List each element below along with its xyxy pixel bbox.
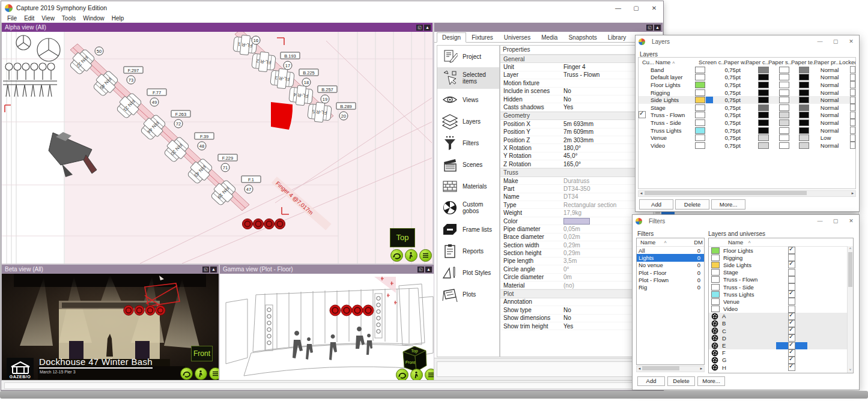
view-menu-icon[interactable] (419, 249, 432, 262)
property-row[interactable]: Layer Truss - Flown (500, 71, 654, 79)
alpha-nav-icons[interactable] (390, 249, 432, 262)
locked-checkbox[interactable] (850, 89, 855, 96)
paper-text-swatch[interactable] (799, 74, 809, 80)
walkthrough-view-icon[interactable] (410, 369, 423, 380)
editing-cell[interactable] (706, 97, 713, 103)
property-row[interactable]: Unit Finger 4 (500, 63, 654, 71)
paper-text-swatch[interactable] (799, 89, 809, 96)
layer-row[interactable]: ✓ Truss Lights 0,75pt Normal (639, 127, 855, 134)
close-button[interactable]: ✕ (843, 35, 859, 47)
sidebar-item-custom-gobos[interactable]: Custom gobos (437, 197, 499, 219)
property-row[interactable]: Brace diameter 0,02m (500, 234, 654, 241)
property-row[interactable]: Hidden No (500, 95, 654, 103)
layer-include-row[interactable]: Video ✓ (709, 306, 853, 313)
maximize-view-icon[interactable]: ▲ (424, 25, 431, 31)
property-row[interactable]: Z Rotation 165,0° (500, 160, 654, 168)
layer-row[interactable]: ✓ Band 0,75pt Normal (639, 66, 855, 74)
include-checkbox[interactable]: ✓ (788, 276, 795, 283)
universe-include-row[interactable]: B ✓ (709, 320, 853, 327)
property-row[interactable]: Part DT34-350 (500, 185, 654, 193)
sidebar-item-reports[interactable]: Reports (437, 240, 499, 262)
paper-shade-swatch[interactable] (779, 112, 789, 118)
locked-checkbox[interactable] (850, 104, 855, 111)
paper-color-swatch[interactable] (758, 89, 768, 96)
maximize-button[interactable]: ▢ (627, 1, 645, 14)
gamma-wireframe-canvas[interactable]: Top Front (220, 274, 434, 380)
screen-color-swatch[interactable] (695, 89, 705, 96)
layer-include-row[interactable]: Venue ✓ (709, 298, 853, 305)
property-row[interactable]: Show trim height Yes (500, 322, 654, 330)
universe-include-row[interactable]: D ✓ (709, 334, 853, 342)
menu-item[interactable]: Tools (58, 15, 79, 22)
paper-shade-swatch[interactable] (779, 134, 789, 141)
universe-include-row[interactable]: F ✓ (709, 349, 853, 357)
property-row[interactable]: Pipe length 3,5m (500, 258, 654, 265)
sidebar-item-filters[interactable]: Filters (437, 132, 499, 154)
screen-color-swatch[interactable] (695, 104, 705, 111)
orbit-view-icon[interactable] (396, 369, 408, 380)
layer-row[interactable]: ✓ Floor Lights 0,75pt Normal (639, 81, 855, 89)
paper-shade-swatch[interactable] (779, 82, 789, 88)
property-row[interactable]: Position Y 7m 609mm (500, 128, 654, 136)
property-row[interactable]: Pipe diameter 0,05m (500, 225, 654, 233)
paper-color-swatch[interactable] (758, 127, 768, 134)
tab[interactable]: Fixtures (466, 32, 499, 43)
paper-text-swatch[interactable] (799, 119, 809, 126)
view-menu-icon[interactable] (425, 369, 434, 380)
paper-text-swatch[interactable] (799, 67, 809, 73)
popout-view-icon[interactable]: ◱ (202, 267, 209, 273)
screen-color-swatch[interactable] (695, 119, 705, 126)
property-row[interactable]: Section width 0,29m (500, 241, 654, 249)
screen-color-swatch[interactable] (695, 112, 705, 118)
paper-shade-swatch[interactable] (779, 142, 789, 149)
locked-checkbox[interactable] (850, 134, 855, 142)
layer-row[interactable]: ✓ Truss - Flown 0,75pt Normal (639, 112, 855, 119)
layer-row[interactable]: ✓ Video 0,75pt Normal (639, 142, 855, 149)
property-row[interactable]: X Rotation 180,0° (500, 144, 654, 152)
popout-view-icon[interactable]: ◱ (416, 25, 423, 31)
property-row[interactable]: Circle angle 0° (500, 265, 654, 273)
include-checkbox[interactable]: ✓ (788, 261, 795, 268)
sidebar-item-project[interactable]: Project (437, 46, 499, 67)
menu-item[interactable]: Help (108, 15, 128, 22)
layer-row[interactable]: ✓ Side Lights 0,75pt Normal (639, 96, 855, 104)
paper-color-swatch[interactable] (758, 67, 768, 73)
screen-color-swatch[interactable] (695, 127, 705, 134)
paper-shade-swatch[interactable] (779, 89, 789, 96)
property-row[interactable]: Plot (500, 289, 654, 298)
locked-checkbox[interactable] (850, 119, 855, 126)
minimize-button[interactable]: — (609, 1, 627, 14)
locked-checkbox[interactable] (850, 81, 855, 88)
paper-color-swatch[interactable] (758, 97, 768, 103)
locked-checkbox[interactable] (850, 142, 855, 149)
filter-row[interactable]: All 0 (637, 247, 704, 254)
menu-item[interactable]: View (38, 15, 58, 22)
property-row[interactable]: Material (no) (500, 282, 654, 289)
property-row[interactable]: Make Duratruss (500, 177, 654, 185)
walkthrough-view-icon[interactable] (195, 367, 207, 380)
universe-include-row[interactable]: H ✓ (709, 364, 853, 371)
paper-text-swatch[interactable] (799, 82, 809, 88)
property-row[interactable]: Annotation (500, 298, 654, 306)
filter-row[interactable]: No venue 0 (637, 262, 704, 269)
property-row[interactable]: Motion fixture (500, 79, 654, 87)
filter-row[interactable]: Plot - Flown 0 (637, 276, 704, 283)
property-row[interactable]: Type Rectangular section (500, 201, 654, 209)
layer-include-row[interactable]: Truss - Side ✓ (709, 283, 853, 291)
paper-text-swatch[interactable] (799, 97, 809, 103)
orbit-view-icon[interactable] (180, 367, 193, 380)
color-swatch[interactable] (563, 218, 590, 225)
menu-item[interactable]: File (4, 15, 20, 22)
property-row[interactable]: Include in scenes No (500, 88, 654, 95)
maximize-button[interactable]: ▢ (828, 35, 843, 47)
paper-text-swatch[interactable] (799, 142, 809, 149)
maximize-view-icon[interactable]: ▲ (654, 25, 661, 31)
property-row[interactable]: Name DT34 (500, 193, 654, 201)
gamma-nav-icons[interactable] (396, 369, 434, 380)
beta-nav-icons[interactable] (180, 367, 219, 380)
include-checkbox[interactable]: ✓ (788, 291, 795, 298)
paper-color-swatch[interactable] (758, 82, 768, 88)
tab[interactable]: Library (602, 32, 632, 43)
locked-checkbox[interactable] (850, 97, 855, 104)
filter-row[interactable]: Lights 0 (637, 254, 704, 261)
